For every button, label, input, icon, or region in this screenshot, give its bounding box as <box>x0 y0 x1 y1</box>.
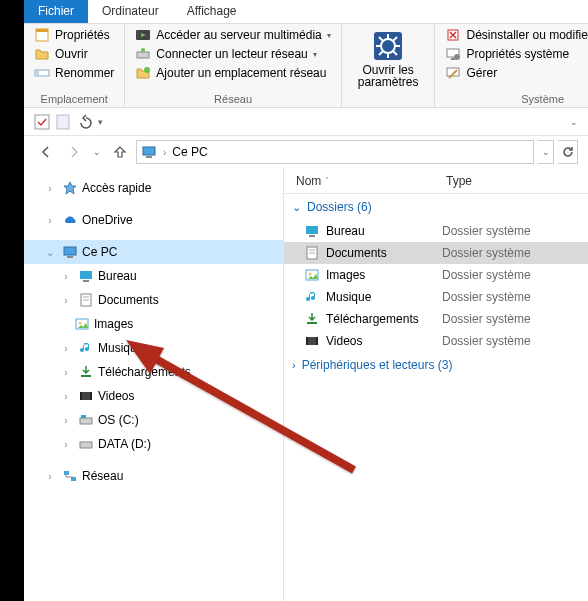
tree-network[interactable]: › Réseau <box>24 464 283 488</box>
ribbon-group-network-label: Réseau <box>133 91 332 107</box>
open-label: Ouvrir <box>55 47 88 61</box>
list-header: Nom˄ Type <box>284 168 588 194</box>
ribbon-group-system: Désinstaller ou modifier un progr Propri… <box>435 24 588 107</box>
address-location[interactable]: Ce PC <box>172 145 207 159</box>
tree-videos[interactable]: › Videos <box>24 384 283 408</box>
group-folders[interactable]: ⌄ Dossiers (6) <box>284 194 588 220</box>
ribbon-group-network: Accéder au serveur multimédia ▾ Connecte… <box>125 24 341 107</box>
rename-icon <box>34 65 50 81</box>
tree-os-c[interactable]: › OS (C:) <box>24 408 283 432</box>
list-item-videos[interactable]: Videos Dossier système <box>284 330 588 352</box>
chevron-down-icon[interactable]: ⌄ <box>42 247 58 258</box>
group-drives[interactable]: › Périphériques et lecteurs (3) <box>284 352 588 378</box>
svg-rect-59 <box>316 337 318 345</box>
svg-rect-32 <box>67 256 73 258</box>
rename-button[interactable]: Renommer <box>32 64 116 82</box>
open-button[interactable]: Ouvrir <box>32 45 116 63</box>
drive-icon <box>78 436 94 452</box>
add-location-label: Ajouter un emplacement réseau <box>156 66 326 80</box>
tree-quick-access[interactable]: › Accès rapide <box>24 176 283 200</box>
tree-images[interactable]: Images <box>24 312 283 336</box>
tab-computer[interactable]: Ordinateur <box>88 0 173 23</box>
svg-point-8 <box>144 67 150 73</box>
chevron-right-icon[interactable]: › <box>42 183 58 194</box>
list-item-documents[interactable]: Documents Dossier système <box>284 242 588 264</box>
manage-button[interactable]: Gérer <box>443 64 588 82</box>
uninstall-button[interactable]: Désinstaller ou modifier un progr <box>443 26 588 44</box>
connect-drive-button[interactable]: Connecter un lecteur réseau ▾ <box>133 45 332 63</box>
svg-rect-44 <box>80 418 92 424</box>
computer-icon <box>62 244 78 260</box>
checkbox-icon[interactable] <box>34 114 50 130</box>
forward-button[interactable] <box>62 140 86 164</box>
media-server-button[interactable]: Accéder au serveur multimédia ▾ <box>133 26 332 44</box>
svg-rect-46 <box>80 442 92 448</box>
list-item-desktop[interactable]: Bureau Dossier système <box>284 220 588 242</box>
breadcrumb-chevron[interactable]: › <box>163 147 166 158</box>
tab-file[interactable]: Fichier <box>24 0 88 23</box>
tree-documents-label: Documents <box>98 293 159 307</box>
tree-desktop[interactable]: › Bureau <box>24 264 283 288</box>
address-bar[interactable]: › Ce PC <box>136 140 534 164</box>
list-item-images[interactable]: Images Dossier système <box>284 264 588 286</box>
chevron-right-icon[interactable]: › <box>58 367 74 378</box>
refresh-button[interactable] <box>558 140 578 164</box>
media-server-icon <box>135 27 151 43</box>
svg-rect-3 <box>35 70 39 76</box>
tree-downloads[interactable]: › Téléchargements <box>24 360 283 384</box>
svg-rect-40 <box>81 375 91 377</box>
properties-button[interactable]: Propriétés <box>32 26 116 44</box>
chevron-right-icon[interactable]: › <box>42 471 58 482</box>
videos-icon <box>78 388 94 404</box>
ribbon: Propriétés Ouvrir Renommer Emplacement A… <box>24 24 588 108</box>
chevron-right-icon[interactable]: › <box>58 439 74 450</box>
qat-dropdown-icon[interactable]: ▾ <box>98 117 103 127</box>
tree-thispc[interactable]: ⌄ Ce PC <box>24 240 283 264</box>
document-icon[interactable] <box>56 114 70 130</box>
address-bar-row: ⌄ › Ce PC ⌄ <box>24 136 588 168</box>
col-name[interactable]: Nom˄ <box>284 174 434 188</box>
sort-asc-icon: ˄ <box>325 176 329 185</box>
back-button[interactable] <box>34 140 58 164</box>
tree-onedrive[interactable]: › OneDrive <box>24 208 283 232</box>
chevron-right-icon[interactable]: › <box>58 295 74 306</box>
col-type[interactable]: Type <box>434 174 484 188</box>
chevron-down-icon[interactable]: ⌄ <box>570 117 578 127</box>
svg-rect-26 <box>35 115 49 129</box>
tab-view[interactable]: Affichage <box>173 0 251 23</box>
list-item-music[interactable]: Musique Dossier système <box>284 286 588 308</box>
chevron-right-icon[interactable]: › <box>58 271 74 282</box>
tree-downloads-label: Téléchargements <box>98 365 191 379</box>
svg-point-39 <box>79 322 82 325</box>
svg-point-55 <box>309 273 312 276</box>
tree-documents[interactable]: › Documents <box>24 288 283 312</box>
documents-icon <box>78 292 94 308</box>
up-button[interactable] <box>108 140 132 164</box>
address-dropdown[interactable]: ⌄ <box>538 140 554 164</box>
desktop-icon <box>78 268 94 284</box>
chevron-right-icon[interactable]: › <box>58 415 74 426</box>
tree-network-label: Réseau <box>82 469 123 483</box>
content-area: › Accès rapide › OneDrive ⌄ Ce PC › Bure… <box>24 168 588 601</box>
recent-dropdown[interactable]: ⌄ <box>90 140 104 164</box>
list-item-downloads[interactable]: Téléchargements Dossier système <box>284 308 588 330</box>
network-drive-icon <box>135 46 151 62</box>
desktop-icon <box>304 223 320 239</box>
tree-music[interactable]: › Musique <box>24 336 283 360</box>
add-location-button[interactable]: Ajouter un emplacement réseau <box>133 64 332 82</box>
tree-quick-access-label: Accès rapide <box>82 181 151 195</box>
system-properties-button[interactable]: Propriétés système <box>443 45 588 63</box>
group-drives-label: Périphériques et lecteurs (3) <box>302 358 453 372</box>
undo-icon[interactable] <box>76 114 92 130</box>
svg-rect-45 <box>81 415 86 418</box>
svg-rect-47 <box>64 471 69 475</box>
music-icon <box>304 289 320 305</box>
svg-point-24 <box>454 54 460 60</box>
chevron-right-icon[interactable]: › <box>58 343 74 354</box>
open-settings-button[interactable]: Ouvrir lesparamètres <box>350 26 427 92</box>
chevron-right-icon[interactable]: › <box>58 391 74 402</box>
system-properties-label: Propriétés système <box>466 47 569 61</box>
tree-data-d[interactable]: › DATA (D:) <box>24 432 283 456</box>
svg-rect-31 <box>64 247 76 255</box>
chevron-right-icon[interactable]: › <box>42 215 58 226</box>
